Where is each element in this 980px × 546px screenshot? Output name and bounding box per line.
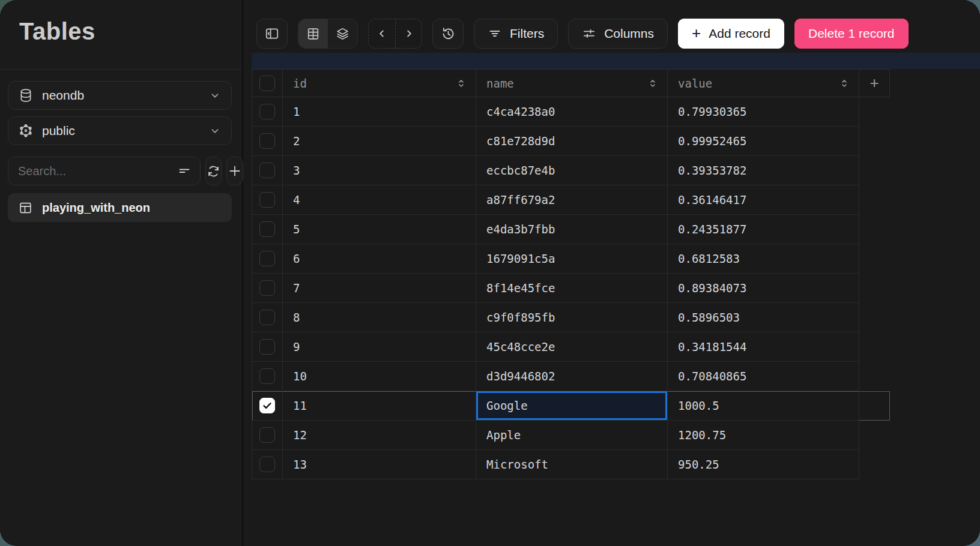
- row-select-cell[interactable]: [252, 362, 283, 391]
- cell-id[interactable]: 12: [283, 421, 476, 450]
- cell-name[interactable]: a87ff679a2: [476, 185, 668, 215]
- row-select-cell[interactable]: [252, 421, 283, 450]
- row-select-cell[interactable]: [252, 244, 283, 274]
- cell-id[interactable]: 1: [283, 97, 476, 127]
- column-header-value[interactable]: value: [668, 70, 859, 97]
- table-view-button[interactable]: [298, 19, 328, 48]
- column-header-name[interactable]: name: [476, 70, 668, 97]
- layers-view-button[interactable]: [328, 19, 357, 48]
- row-checkbox[interactable]: [259, 368, 275, 384]
- cell-value[interactable]: 0.36146417: [668, 185, 859, 215]
- cell-value[interactable]: 0.79930365: [668, 97, 859, 127]
- cell-id[interactable]: 6: [283, 244, 476, 274]
- cell-name[interactable]: c4ca4238a0: [476, 97, 668, 127]
- table-row[interactable]: 12 Apple 1200.75: [252, 421, 890, 450]
- refresh-button[interactable]: [205, 157, 222, 185]
- search-input[interactable]: [18, 164, 177, 178]
- row-select-cell[interactable]: [252, 391, 283, 421]
- column-header-id[interactable]: id: [283, 70, 476, 97]
- cell-name[interactable]: 45c48cce2e: [476, 332, 668, 362]
- cell-name[interactable]: eccbc87e4b: [476, 156, 668, 185]
- cell-name[interactable]: Apple: [476, 421, 668, 450]
- cell-value[interactable]: 0.5896503: [668, 303, 859, 332]
- row-checkbox[interactable]: [259, 427, 275, 443]
- cell-name[interactable]: Google: [476, 391, 668, 421]
- row-checkbox[interactable]: [259, 251, 275, 266]
- table-row[interactable]: 3 eccbc87e4b 0.39353782: [252, 156, 890, 185]
- cell-name[interactable]: 8f14e45fce: [476, 274, 668, 303]
- cell-id[interactable]: 13: [283, 450, 476, 479]
- row-checkbox[interactable]: [259, 457, 275, 472]
- table-row[interactable]: 6 1679091c5a 0.6812583: [252, 244, 890, 274]
- cell-value[interactable]: 1200.75: [668, 421, 859, 450]
- row-select-cell[interactable]: [252, 156, 283, 185]
- row-select-cell[interactable]: [252, 332, 283, 362]
- table-row[interactable]: 10 d3d9446802 0.70840865: [252, 362, 890, 391]
- cell-id[interactable]: 8: [283, 303, 476, 332]
- row-checkbox[interactable]: [259, 104, 275, 119]
- cell-value[interactable]: 0.89384073: [668, 274, 859, 303]
- row-select-cell[interactable]: [252, 127, 283, 156]
- row-checkbox[interactable]: [259, 192, 275, 208]
- cell-value[interactable]: 0.70840865: [668, 362, 859, 391]
- table-row[interactable]: 1 c4ca4238a0 0.79930365: [252, 97, 890, 127]
- row-select-cell[interactable]: [252, 274, 283, 303]
- cell-id[interactable]: 11: [283, 391, 476, 421]
- table-row[interactable]: 4 a87ff679a2 0.36146417: [252, 185, 890, 215]
- row-checkbox[interactable]: [259, 310, 275, 325]
- columns-button[interactable]: Columns: [568, 19, 668, 49]
- cell-value[interactable]: 0.39353782: [668, 156, 859, 185]
- table-row[interactable]: 2 c81e728d9d 0.99952465: [252, 127, 890, 156]
- database-select[interactable]: neondb: [8, 81, 232, 110]
- add-table-button[interactable]: [226, 157, 243, 185]
- delete-records-button[interactable]: Delete 1 record: [794, 19, 909, 49]
- row-select-cell[interactable]: [252, 303, 283, 332]
- row-select-cell[interactable]: [252, 185, 283, 215]
- add-column-button[interactable]: +: [859, 70, 890, 97]
- table-row[interactable]: 9 45c48cce2e 0.34181544: [252, 332, 890, 362]
- cell-id[interactable]: 5: [283, 215, 476, 244]
- cell-name[interactable]: e4da3b7fbb: [476, 215, 668, 244]
- cell-value[interactable]: 950.25: [668, 450, 859, 479]
- cell-name[interactable]: 1679091c5a: [476, 244, 668, 274]
- history-button[interactable]: [432, 19, 464, 49]
- cell-value[interactable]: 0.34181544: [668, 332, 859, 362]
- cell-name[interactable]: c9f0f895fb: [476, 303, 668, 332]
- cell-value[interactable]: 0.99952465: [668, 127, 859, 156]
- select-all-cell[interactable]: [252, 70, 283, 97]
- table-row[interactable]: 13 Microsoft 950.25: [252, 450, 890, 479]
- cell-id[interactable]: 9: [283, 332, 476, 362]
- cell-id[interactable]: 4: [283, 185, 476, 215]
- table-row[interactable]: 11 Google 1000.5: [252, 391, 890, 421]
- schema-select[interactable]: public: [8, 116, 232, 145]
- row-checkbox[interactable]: [259, 163, 275, 178]
- row-select-cell[interactable]: [252, 97, 283, 127]
- cell-id[interactable]: 3: [283, 156, 476, 185]
- select-all-checkbox[interactable]: [259, 76, 275, 91]
- prev-page-button[interactable]: [369, 19, 395, 48]
- cell-value[interactable]: 0.24351877: [668, 215, 859, 244]
- cell-value[interactable]: 1000.5: [668, 391, 859, 421]
- cell-id[interactable]: 2: [283, 127, 476, 156]
- filters-button[interactable]: Filters: [474, 19, 558, 49]
- row-select-cell[interactable]: [252, 450, 283, 479]
- row-checkbox[interactable]: [259, 133, 275, 149]
- row-checkbox[interactable]: [259, 339, 275, 355]
- row-select-cell[interactable]: [252, 215, 283, 244]
- cell-name[interactable]: d3d9446802: [476, 362, 668, 391]
- table-row[interactable]: 7 8f14e45fce 0.89384073: [252, 274, 890, 303]
- cell-value[interactable]: 0.6812583: [668, 244, 859, 274]
- cell-name[interactable]: Microsoft: [476, 450, 668, 479]
- next-page-button[interactable]: [395, 19, 422, 48]
- collapse-sidebar-button[interactable]: [256, 19, 288, 49]
- cell-id[interactable]: 10: [283, 362, 476, 391]
- row-checkbox[interactable]: [259, 280, 275, 296]
- cell-id[interactable]: 7: [283, 274, 476, 303]
- row-checkbox[interactable]: [259, 221, 275, 237]
- table-row[interactable]: 5 e4da3b7fbb 0.24351877: [252, 215, 890, 244]
- table-row[interactable]: 8 c9f0f895fb 0.5896503: [252, 303, 890, 332]
- cell-name[interactable]: c81e728d9d: [476, 127, 668, 156]
- row-checkbox[interactable]: [259, 398, 275, 413]
- sidebar-item-playing_with_neon[interactable]: playing_with_neon: [8, 193, 232, 222]
- add-record-button[interactable]: + Add record: [678, 19, 784, 49]
